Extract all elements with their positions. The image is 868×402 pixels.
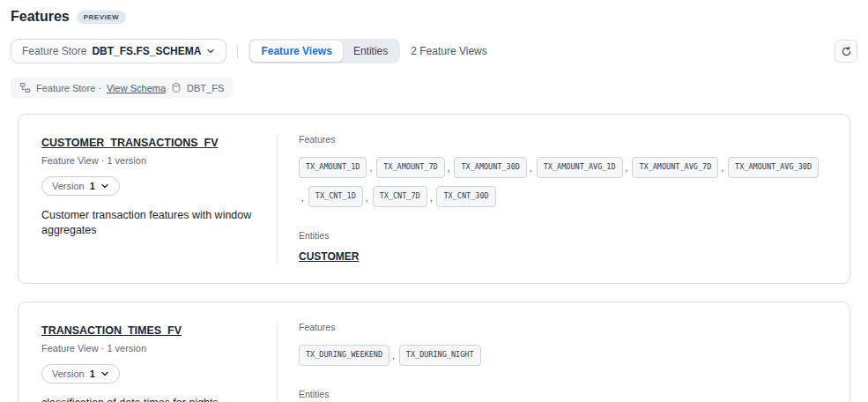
chip-separator: ,: [626, 163, 628, 173]
tab-feature-views[interactable]: Feature Views: [250, 41, 342, 62]
chip-separator: ,: [721, 163, 723, 173]
feature-views-count: 2 Feature Views: [411, 45, 487, 57]
chip-separator: ,: [392, 351, 395, 361]
breadcrumb: Feature Store · View Schema DBT_FS: [11, 78, 233, 98]
feature-view-list: CUSTOMER_TRANSACTIONS_FV Feature View · …: [11, 114, 857, 402]
feature-chip: TX_AMOUNT_1D: [299, 157, 367, 178]
chip-separator: ,: [530, 163, 532, 173]
card-summary: CUSTOMER_TRANSACTIONS_FV Feature View · …: [41, 134, 278, 264]
feature-view-meta: Feature View · 1 version: [41, 343, 257, 354]
card-summary: TRANSACTION_TIMES_FV Feature View · 1 ve…: [41, 322, 278, 402]
feature-chip: TX_AMOUNT_30D: [454, 157, 527, 178]
feature-view-meta: Feature View · 1 version: [41, 155, 257, 166]
chip-separator: ,: [301, 193, 304, 203]
feature-view-description: classification of date times for nights …: [41, 396, 257, 402]
chevron-down-icon: [100, 369, 109, 378]
card-details: Features TX_AMOUNT_1D,TX_AMOUNT_7D,TX_AM…: [278, 134, 827, 264]
feature-store-value: DBT_FS.FS_SCHEMA: [92, 45, 201, 57]
feature-view-card: TRANSACTION_TIMES_FV Feature View · 1 ve…: [18, 302, 850, 402]
feature-view-link[interactable]: CUSTOMER_TRANSACTIONS_FV: [41, 137, 218, 149]
feature-chip: TX_CNT_7D: [373, 186, 427, 207]
chevron-down-icon: [100, 182, 109, 190]
feature-store-label: Feature Store: [22, 45, 86, 57]
chip-separator: ,: [369, 163, 372, 173]
database-icon: [171, 82, 182, 93]
entity-link[interactable]: CUSTOMER: [299, 250, 359, 263]
toolbar: Feature Store DBT_FS.FS_SCHEMA Feature V…: [11, 39, 857, 63]
feature-chip: TX_AMOUNT_7D: [376, 157, 444, 178]
version-selector[interactable]: Version 1: [41, 364, 120, 383]
version-selector[interactable]: Version 1: [41, 176, 120, 196]
toolbar-divider: [237, 44, 238, 58]
preview-badge: PREVIEW: [77, 11, 126, 24]
refresh-icon: [841, 46, 852, 57]
breadcrumb-prefix: Feature Store ·: [36, 83, 101, 93]
tab-entities[interactable]: Entities: [343, 41, 398, 62]
version-value: 1: [90, 368, 95, 379]
feature-chip: TX_DURING_NIGHT: [399, 345, 481, 366]
version-label: Version: [52, 368, 85, 379]
feature-chip: TX_AMOUNT_AVG_7D: [632, 157, 718, 178]
feature-chips: TX_DURING_WEEKEND,TX_DURING_NIGHT: [299, 339, 827, 369]
version-label: Version: [52, 181, 85, 191]
chip-separator: ,: [448, 163, 450, 173]
chevron-down-icon: [206, 47, 215, 56]
card-details: Features TX_DURING_WEEKEND,TX_DURING_NIG…: [278, 322, 827, 402]
feature-chip: TX_CNT_30D: [436, 186, 495, 207]
features-label: Features: [299, 322, 827, 332]
features-label: Features: [299, 134, 827, 145]
page-title: Features: [11, 9, 70, 25]
view-switcher: Feature Views Entities: [249, 39, 400, 63]
view-schema-link[interactable]: View Schema: [107, 83, 166, 93]
entities-block: Entities TRANSACTION: [299, 389, 827, 402]
feature-chip: TX_AMOUNT_AVG_30D: [728, 157, 819, 178]
breadcrumb-database: DBT_FS: [187, 83, 224, 93]
entity-links: CUSTOMER: [299, 248, 827, 264]
entities-label: Entities: [299, 230, 827, 241]
entities-label: Entities: [299, 389, 827, 399]
feature-view-description: Customer transaction features with windo…: [41, 208, 257, 238]
entities-block: Entities CUSTOMER: [299, 230, 827, 264]
feature-store-dropdown[interactable]: Feature Store DBT_FS.FS_SCHEMA: [11, 39, 226, 63]
page-header: Features PREVIEW: [11, 9, 857, 25]
features-page: Features PREVIEW Feature Store DBT_FS.FS…: [0, 0, 868, 402]
feature-chip: TX_AMOUNT_AVG_1D: [537, 157, 623, 178]
feature-view-card: CUSTOMER_TRANSACTIONS_FV Feature View · …: [18, 114, 850, 284]
chip-separator: ,: [366, 193, 368, 203]
feature-chip: TX_CNT_1D: [308, 186, 363, 207]
schema-icon: [19, 82, 31, 93]
feature-chips: TX_AMOUNT_1D,TX_AMOUNT_7D,TX_AMOUNT_30D,…: [299, 152, 827, 211]
feature-chip: TX_DURING_WEEKEND: [299, 345, 389, 366]
chip-separator: ,: [430, 193, 433, 203]
refresh-button[interactable]: [835, 40, 857, 63]
feature-view-link[interactable]: TRANSACTION_TIMES_FV: [41, 324, 182, 337]
version-value: 1: [90, 181, 95, 191]
